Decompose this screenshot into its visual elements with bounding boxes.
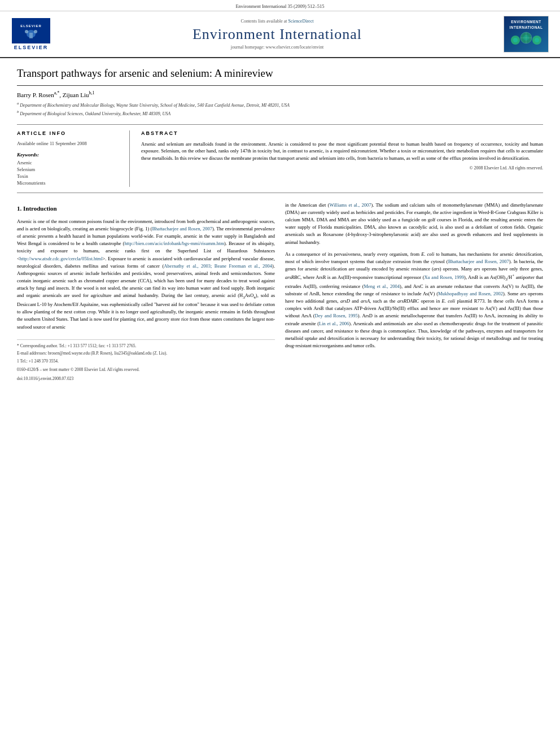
section-1-title: 1. Introduction [17,204,275,213]
journal-header: ELSEVIER ELSEVIER Contents lists availab… [0,11,560,58]
page-wrapper: Environment International 35 (2009) 512–… [0,0,560,747]
footnotes: * Corresponding author. Tel.: +1 313 577… [17,339,275,382]
svg-text:INTERNATIONAL: INTERNATIONAL [509,25,542,29]
intro-paragraph: Arsenic is one of the most common poison… [17,218,275,331]
right-paragraph-1: in the American diet (Williams et al., 2… [285,202,543,246]
svg-rect-3 [29,33,33,38]
journal-citation: Environment International 35 (2009) 512–… [235,3,324,9]
elsevier-logo-box: ELSEVIER [12,18,50,43]
svg-point-12 [513,38,518,42]
affiliation-a: a Department of Biochemistry and Molecul… [17,101,543,109]
journal-title: Environment International [51,26,504,43]
col-left: 1. Introduction Arsenic is one of the mo… [17,202,275,382]
top-bar: Environment International 35 (2009) 512–… [0,0,560,11]
keyword-arsenic: Arsenic [17,160,121,165]
affiliation-b: b Department of Biological Sciences, Oak… [17,109,543,117]
issn-line: 0160-4120/$ – see front matter © 2008 El… [17,366,275,373]
sciencedirect-link[interactable]: ScienceDirect [288,19,314,24]
doi-line: doi:10.1016/j.envint.2008.07.023 [17,375,275,382]
author-b-name: Zijuan Liu [63,91,89,98]
svg-point-4 [25,30,28,33]
footnote-corr-author: * Corresponding author. Tel.: +1 313 577… [17,343,275,350]
abstract-section: ABSTRACT Arsenic and selenium are metall… [141,130,543,187]
article-info-title: ARTICLE INFO [17,130,121,136]
authors-line: Barry P. Rosena,*, Zijuan Liub,1 [17,90,543,98]
contents-line: Contents lists available at ScienceDirec… [51,19,504,24]
abstract-text: Arsenic and selenium are metalloids foun… [141,141,543,162]
affiliations: a Department of Biochemistry and Molecul… [17,101,543,117]
info-abstract-row: ARTICLE INFO Available online 11 Septemb… [17,124,543,193]
article-body: Transport pathways for arsenic and selen… [0,58,560,394]
author-a-name: Barry P. Rosen [17,91,54,98]
keyword-toxin: Toxin [17,173,121,179]
svg-text:ELSEVIER: ELSEVIER [20,24,42,28]
keyword-micronutrients: Micronutrients [17,180,121,186]
col-right: in the American diet (Williams et al., 2… [285,202,543,382]
main-content: 1. Introduction Arsenic is one of the mo… [17,202,543,382]
article-info: ARTICLE INFO Available online 11 Septemb… [17,130,130,187]
right-paragraph-2: As a consequence of its pervasiveness, n… [285,251,543,350]
article-title: Transport pathways for arsenic and selen… [17,67,543,86]
keywords-label: Keywords: [17,152,121,158]
elsevier-text: ELSEVIER [14,45,49,50]
footnote-1: 1 Tel.: +1 248 370 3554. [17,359,275,365]
svg-point-13 [535,38,539,42]
svg-text:ENVIRONMENT: ENVIRONMENT [511,20,541,24]
keyword-selenium: Selenium [17,167,121,172]
svg-point-5 [34,30,37,33]
journal-logo: ENVIRONMENT INTERNATIONAL [504,16,549,53]
author-b-sup: b,1 [89,90,95,95]
journal-center: Contents lists available at ScienceDirec… [51,19,504,50]
elsevier-logo: ELSEVIER ELSEVIER [11,18,51,50]
available-online: Available online 11 September 2008 [17,141,121,146]
copyright-line: © 2008 Elsevier Ltd. All rights reserved… [141,165,543,171]
footnote-email: E-mail addresses: brosen@med.wayne.edu (… [17,351,275,357]
author-a-sup: a,* [54,90,60,95]
abstract-title: ABSTRACT [141,130,543,136]
journal-homepage: journal homepage: www.elsevier.com/locat… [51,45,504,50]
